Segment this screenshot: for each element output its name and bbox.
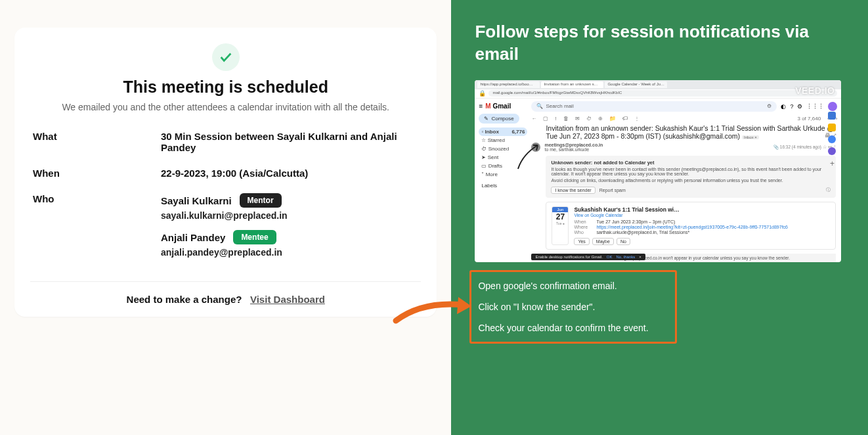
role-badge-mentee: Mentee <box>233 230 276 244</box>
browser-tab[interactable]: Google Calendar - Week of Ju… <box>605 81 667 88</box>
warning-title: Unknown sender: not added to Calendar ye… <box>551 160 831 166</box>
change-prompt: Need to make a change? <box>127 294 242 305</box>
pencil-icon: ✎ <box>484 116 488 122</box>
gmail-screenshot: VEED.IO https://app.preplaced.io/boo… In… <box>475 80 841 262</box>
notif-no-button[interactable]: No, thanks <box>617 255 636 259</box>
search-input[interactable]: 🔍 Search mail ⚙ <box>531 101 777 112</box>
compose-button[interactable]: ✎ Compose <box>479 114 519 124</box>
unknown-sender-warning: Unknown sender: not added to Calendar ye… <box>546 156 836 198</box>
filter-icon[interactable]: ⚙ <box>767 103 771 109</box>
callout-step: Check your calendar to confirm the event… <box>478 322 668 334</box>
check-icon <box>212 43 240 71</box>
attachment-icon: 📎 <box>773 145 779 149</box>
notif-ok-button[interactable]: OK <box>607 255 613 259</box>
url-text[interactable]: mail.google.com/mail/u/1/#inbox/FMfcgzGt… <box>488 90 837 97</box>
hamburger-icon[interactable]: ≡ <box>479 103 483 110</box>
attendee-email: anjali.pandey@preplaced.in <box>161 247 418 258</box>
instructions-heading: Follow steps for session notifications v… <box>451 21 868 66</box>
unread-icon[interactable]: ✉ <box>575 116 580 122</box>
sidebar-item-snoozed[interactable]: ⏱ Snoozed <box>479 145 527 153</box>
from-address: meetings@preplaced.co.in <box>544 143 603 147</box>
spam-icon[interactable]: ! <box>555 116 556 122</box>
desktop-notif-toast: Enable desktop notifications for Gmail. … <box>531 254 645 260</box>
mail-toolbar: ← ▢ ! 🗑 ✉ ⏱ ⊕ 📁 🏷 ⋮ 3 of 7,640 ‹ › <box>531 114 837 124</box>
attendee-row: Sayali Kulkarni Mentor sayali.kulkarni@p… <box>161 193 418 221</box>
task-icon[interactable]: ⊕ <box>598 116 603 122</box>
help-icon[interactable]: ? <box>790 103 793 110</box>
sidebar-labels-heading: Labels <box>479 181 527 190</box>
sidebar-item-more[interactable]: ˅ More <box>479 170 527 179</box>
snooze-icon[interactable]: ⏱ <box>586 116 592 122</box>
sidebar-item-inbox[interactable]: ▫ Inbox 6,776 <box>479 127 527 136</box>
browser-tab[interactable]: https://app.preplaced.io/boo… <box>477 81 540 88</box>
sender-avatar <box>531 143 540 152</box>
addon-calendar-icon[interactable] <box>828 112 836 120</box>
back-icon[interactable]: ← <box>531 116 536 122</box>
card-subheading: We emailed you and the other attendees a… <box>33 102 418 112</box>
event-date-box: Jun 27 Tue ● <box>552 206 569 245</box>
warning-body: It looks as though you've never been in … <box>551 167 831 176</box>
event-title: Sukashish Kaur's 1:1 Trial Session wi… <box>574 206 830 213</box>
card-heading: This meeting is scheduled <box>33 78 418 97</box>
when-value: 22-9-2023, 19:00 (Asia/Calcutta) <box>161 168 418 179</box>
instruction-callout: Open google's confirmation email. Click … <box>469 270 677 344</box>
warning-body2: Avoid clicking on links, downloading att… <box>551 178 831 183</box>
browser-tab-active[interactable]: Invitation from an unknown s… <box>541 81 603 88</box>
close-icon[interactable]: × <box>639 255 641 259</box>
big-arrow-icon <box>393 288 471 327</box>
sidebar-item-drafts[interactable]: ▭ Drafts <box>479 162 527 170</box>
report-spam-link[interactable]: Report spam <box>599 188 626 193</box>
delete-icon[interactable]: 🗑 <box>563 116 569 122</box>
lock-icon: 🔒 <box>479 90 486 97</box>
addon-add-icon[interactable]: + <box>830 159 835 168</box>
callout-step: Click on "I know the sender". <box>478 301 668 313</box>
who-label: Who <box>33 193 161 267</box>
move-icon[interactable]: 📁 <box>609 116 616 122</box>
attendee-name: Anjali Pandey <box>161 232 225 243</box>
apps-icon[interactable]: ⋮⋮⋮ <box>806 103 824 110</box>
time-meta: 16:32 (4 minutes ago) <box>780 145 821 149</box>
what-value: 30 Min Session between Sayali Kulkarni a… <box>161 131 418 153</box>
addon-keep-icon[interactable] <box>828 124 836 131</box>
attendee-email: sayali.kulkarni@preplaced.in <box>161 210 418 221</box>
role-badge-mentor: Mentor <box>240 193 282 208</box>
gmail-logo: ≡ M Gmail <box>479 103 527 110</box>
rsvp-maybe-button[interactable]: Maybe <box>592 238 614 245</box>
browser-urlbar: 🔒 mail.google.com/mail/u/1/#inbox/FMfcgz… <box>475 89 841 99</box>
callout-step: Open google's confirmation email. <box>478 280 668 292</box>
calendar-event-card: Jun 27 Tue ● Sukashish Kaur's 1:1 Trial … <box>546 202 836 250</box>
svg-marker-1 <box>457 297 471 314</box>
attendee-row: Anjali Pandey Mentee anjali.pandey@prepl… <box>161 230 418 258</box>
what-label: What <box>33 131 161 153</box>
email-subject: Invitation from an unknown sender: Sukas… <box>546 124 834 140</box>
label-icon[interactable]: 🏷 <box>622 116 628 122</box>
watermark: VEED.IO <box>795 85 835 96</box>
event-when: Tue 27 Jun 2023 2:30pm – 3pm (UTC) <box>596 219 675 224</box>
bottom-hint: ings@preplaced.co.in won't appear in you… <box>620 256 790 260</box>
sidebar-item-starred[interactable]: ☆ Starred <box>479 136 527 145</box>
more-icon[interactable]: ⋮ <box>634 116 640 122</box>
know-sender-button[interactable]: I know the sender <box>551 187 595 194</box>
event-where-link[interactable]: https://meet.preplaced.in/join-meeting?k… <box>596 225 788 229</box>
inbox-badge[interactable]: Inbox × <box>742 135 759 139</box>
attendee-name: Sayali Kulkarni <box>161 195 232 206</box>
pager-text: 3 of 7,640 <box>798 116 821 122</box>
browser-tabbar: https://app.preplaced.io/boo… Invitation… <box>475 80 841 89</box>
rsvp-no-button[interactable]: No <box>617 238 630 245</box>
addon-tasks-icon[interactable] <box>828 135 836 143</box>
when-label: When <box>33 168 161 179</box>
addon-contacts-icon[interactable] <box>828 147 836 155</box>
status-icon[interactable]: ◐ <box>781 103 786 110</box>
avatar[interactable] <box>828 102 837 111</box>
gear-icon[interactable]: ⚙ <box>797 103 802 110</box>
confirmation-card: This meeting is scheduled We emailed you… <box>14 28 437 317</box>
divider <box>30 281 421 282</box>
archive-icon[interactable]: ▢ <box>543 116 548 122</box>
search-icon: 🔍 <box>536 103 543 109</box>
event-who: sarthak.urkude@preplaced.in, Trial Sessi… <box>596 230 689 235</box>
view-calendar-link[interactable]: View on Google Calendar <box>574 213 830 218</box>
to-line: to me, sarthak.urkude <box>544 147 589 152</box>
sidebar-item-sent[interactable]: ➤ Sent <box>479 153 527 162</box>
visit-dashboard-link[interactable]: Visit Dashboard <box>250 294 325 305</box>
rsvp-yes-button[interactable]: Yes <box>574 238 589 245</box>
